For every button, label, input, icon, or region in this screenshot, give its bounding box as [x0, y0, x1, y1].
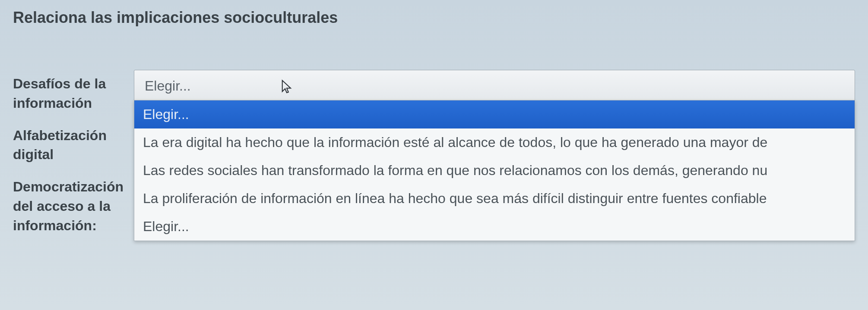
labels-column: Desafíos de la información Alfabetizació…: [13, 70, 134, 248]
dropdown-option-2[interactable]: Las redes sociales han transformado la f…: [134, 157, 855, 185]
dropdown-option-1[interactable]: La era digital ha hecho que la informaci…: [134, 128, 855, 157]
dropdown-option-placeholder[interactable]: Elegir...: [134, 100, 855, 128]
dropdown-column: Elegir... Elegir... La era digital ha he…: [134, 70, 855, 248]
page-title: Relaciona las implicaciones sociocultura…: [13, 9, 855, 27]
dropdown-list[interactable]: Elegir... La era digital ha hecho que la…: [134, 100, 855, 241]
matching-form: Desafíos de la información Alfabetizació…: [13, 70, 855, 248]
label-democratizacion: Democratización del acceso a la informac…: [13, 177, 134, 235]
dropdown-option-3[interactable]: La proliferación de información en línea…: [134, 185, 855, 213]
page-container: Relaciona las implicaciones sociocultura…: [0, 0, 868, 257]
label-alfabetizacion: Alfabetización digital: [13, 126, 134, 165]
label-desafios: Desafíos de la información: [13, 74, 134, 113]
select-desafios[interactable]: Elegir...: [134, 70, 855, 102]
select-below-visible[interactable]: Elegir...: [134, 213, 855, 241]
